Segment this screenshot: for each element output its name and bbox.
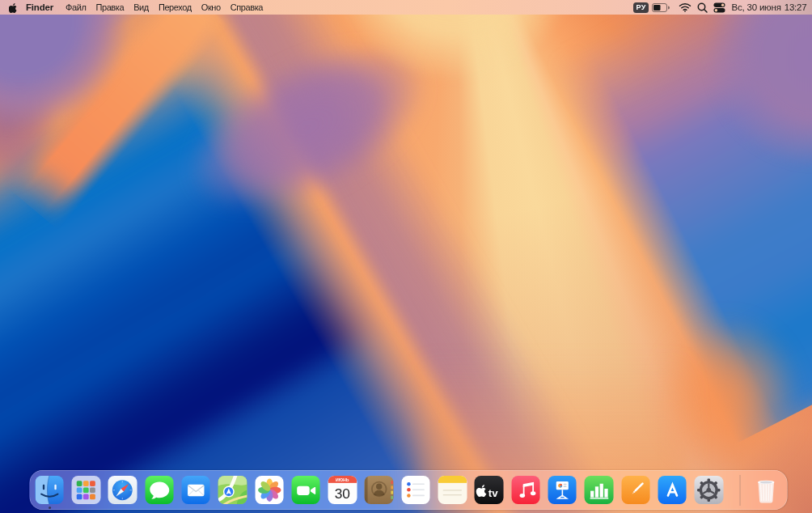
settings-icon [695,476,724,505]
wallpaper-layer-w-corner-tl [0,0,146,146]
menu-4[interactable]: Переход [154,2,197,12]
wallpaper-layer-w-corner-tr [663,0,812,210]
dock-divider [739,475,740,506]
input-source-switcher[interactable]: РУ [633,0,649,15]
dock-item-mail[interactable] [181,476,210,505]
dock-item-pages[interactable] [621,476,650,505]
dock-item-safari[interactable] [108,476,137,505]
dock-item-facetime[interactable] [291,476,320,505]
launchpad-icon [72,476,101,505]
active-app-name[interactable]: Finder [26,2,53,12]
finder-icon [35,476,64,505]
appstore-icon [658,476,687,505]
music-icon [511,476,540,505]
dock-item-numbers[interactable] [585,476,614,505]
menu-list: ФайлПравкаВидПереходОкноСправка [55,2,268,12]
control-center-icon[interactable] [713,0,725,15]
trash-icon [752,476,781,505]
appletv-icon: tv [475,476,504,505]
dock-item-settings[interactable] [695,476,724,505]
reminders-icon [401,476,430,505]
dock-item-appstore[interactable] [658,476,687,505]
menu-6[interactable]: Справка [226,2,268,12]
messages-icon [145,476,174,505]
menu-1[interactable]: Файл [61,2,91,12]
dock-item-contacts[interactable] [365,476,394,505]
dock-item-reminders[interactable] [401,476,430,505]
facetime-icon [291,476,320,505]
svg-text:ИЮНЬ: ИЮНЬ [336,477,349,481]
contacts-icon [365,476,394,505]
svg-text:30: 30 [335,485,350,502]
pages-icon [621,476,650,505]
menu-bar: Finder ФайлПравкаВидПереходОкноСправка Р… [0,0,812,15]
numbers-icon [585,476,614,505]
maps-icon [218,476,247,505]
mail-icon [181,476,210,505]
photos-icon [255,476,284,505]
menubar-clock[interactable]: Вс, 30 июня 13:27 [731,2,812,12]
dock-item-trash[interactable] [752,476,781,505]
menu-5[interactable]: Окно [197,2,226,12]
notes-icon [438,476,467,505]
dock-item-appletv[interactable]: tv [475,476,504,505]
dock-item-notes[interactable] [438,476,467,505]
menu-3[interactable]: Вид [129,2,154,12]
dock-item-maps[interactable] [218,476,247,505]
dock-item-keynote[interactable] [548,476,577,505]
dock-item-launchpad[interactable] [72,476,101,505]
dock-item-finder[interactable] [35,476,64,505]
spotlight-search-icon[interactable] [697,0,708,15]
dock-item-music[interactable] [511,476,540,505]
menubar-time: 13:27 [785,2,807,12]
svg-text:tv: tv [488,486,498,498]
battery-icon[interactable] [652,0,670,15]
desktop-wallpaper [0,0,812,513]
keynote-icon [548,476,577,505]
menu-2[interactable]: Правка [91,2,129,12]
dock: ИЮНЬ 30 tv [30,470,788,510]
dock-item-photos[interactable] [255,476,284,505]
running-indicator [49,507,51,509]
language-badge: РУ [633,2,649,13]
safari-icon [108,476,137,505]
wifi-icon[interactable] [679,0,691,15]
apple-menu-icon[interactable] [0,0,26,15]
calendar-icon: ИЮНЬ 30 [328,476,357,505]
dock-item-calendar[interactable]: ИЮНЬ 30 [328,476,357,505]
menubar-date: Вс, 30 июня [731,2,780,12]
dock-item-messages[interactable] [145,476,174,505]
